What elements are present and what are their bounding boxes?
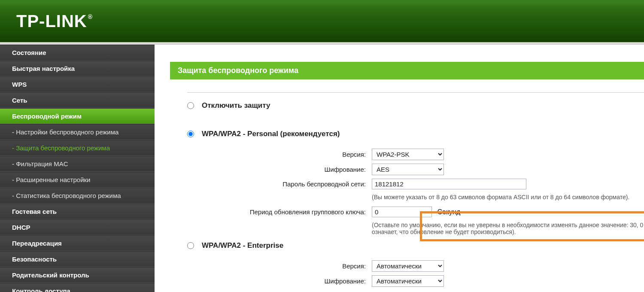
sidebar-item[interactable]: - Расширенные настройки <box>0 172 155 188</box>
sidebar-item[interactable]: DHCP <box>0 219 155 235</box>
ent-version-select[interactable]: Автоматически <box>372 260 444 272</box>
radio-disable-label: Отключить защиту <box>202 101 270 110</box>
brand-logo: TP-LINK ® <box>16 12 93 31</box>
sidebar-item[interactable]: Переадресация <box>0 235 155 251</box>
ent-encryption-label: Шифрование: <box>187 277 372 285</box>
option-wpa-enterprise[interactable]: WPA/WPA2 - Enterprise <box>187 241 644 250</box>
group-key-period-input[interactable] <box>372 207 432 217</box>
sidebar-item[interactable]: Быстрая настройка <box>0 61 155 76</box>
encryption-label: Шифрование: <box>187 166 372 173</box>
ent-version-label: Версия: <box>187 262 372 270</box>
sidebar-item[interactable]: Сеть <box>0 92 155 108</box>
sidebar-item[interactable]: WPS <box>0 76 155 92</box>
radio-wpa-personal-label: WPA/WPA2 - Personal (рекомендуется) <box>202 130 340 138</box>
brand-text: TP-LINK <box>16 12 87 31</box>
password-hint: (Вы можете указать от 8 до 63 символов ф… <box>372 194 644 201</box>
sidebar-item[interactable]: Родительский контроль <box>0 267 155 283</box>
version-label: Версия: <box>187 151 372 158</box>
sidebar-item[interactable]: Беспроводной режим <box>0 108 155 124</box>
sidebar-item[interactable]: Контроль доступа <box>0 283 155 292</box>
option-disable-security[interactable]: Отключить защиту <box>187 101 644 110</box>
radio-wpa-personal[interactable] <box>187 131 194 137</box>
sidebar-item[interactable]: - Статистика беспроводного режима <box>0 188 155 204</box>
period-unit: Секунд <box>437 208 460 216</box>
period-label: Период обновления группового ключа: <box>187 208 372 216</box>
ent-encryption-select[interactable]: Автоматически <box>372 275 444 287</box>
radio-wpa-enterprise-label: WPA/WPA2 - Enterprise <box>202 241 283 250</box>
header: TP-LINK ® <box>0 0 644 42</box>
radio-disable[interactable] <box>187 102 194 109</box>
sidebar-item[interactable]: - Фильтрация MAC <box>0 156 155 172</box>
sidebar-item[interactable]: Гостевая сеть <box>0 204 155 219</box>
sidebar-item[interactable]: Безопасность <box>0 251 155 267</box>
version-select[interactable]: WPA2-PSK <box>372 149 444 160</box>
main-content: Защита беспроводного режима Отключить за… <box>155 45 644 292</box>
option-wpa-personal[interactable]: WPA/WPA2 - Personal (рекомендуется) <box>187 130 644 138</box>
sidebar-item[interactable]: - Настройки беспроводного режима <box>0 124 155 140</box>
sidebar-item[interactable]: - Защита беспроводного режима <box>0 140 155 156</box>
encryption-select[interactable]: AES <box>372 164 444 175</box>
sidebar: СостояниеБыстрая настройкаWPSСетьБеспров… <box>0 45 155 292</box>
sidebar-item[interactable]: Состояние <box>0 45 155 61</box>
page-title: Защита беспроводного режима <box>170 62 644 79</box>
wireless-password-input[interactable] <box>372 179 526 189</box>
password-label: Пароль беспроводной сети: <box>187 180 372 188</box>
divider <box>187 92 644 93</box>
period-hint: (Оставьте по умолчанию, если вы не увере… <box>372 222 644 235</box>
radio-wpa-enterprise[interactable] <box>187 242 194 249</box>
registered-icon: ® <box>88 13 93 20</box>
